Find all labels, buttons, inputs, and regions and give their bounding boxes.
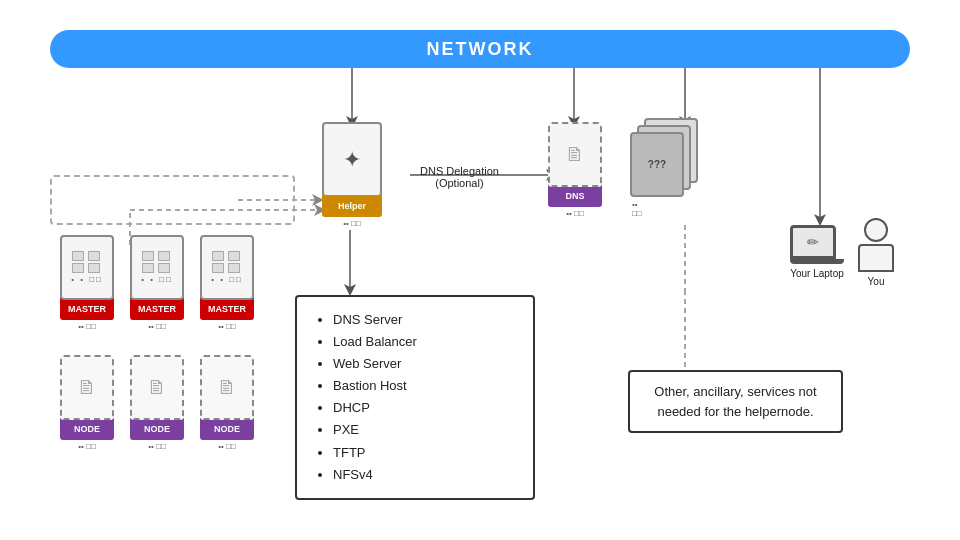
stack-label-3: ??? [648, 159, 666, 170]
master1-label: MASTER [60, 298, 114, 320]
bullet-item-0: DNS Server [333, 309, 515, 331]
bullet-item-3: Bastion Host [333, 375, 515, 397]
you-label: You [868, 276, 885, 287]
master3-sub: •• □□ [218, 322, 236, 331]
person-body [858, 244, 894, 272]
helper-sub: •• □□ [343, 219, 361, 228]
person-you: You [858, 218, 894, 287]
master2-label: MASTER [130, 298, 184, 320]
other-services-text: Other, ancillary, services not needed fo… [654, 384, 816, 419]
master3-dots: • • □□ [211, 275, 243, 284]
node3-label: NODE [200, 418, 254, 440]
helper-server: ✦ Helper •• □□ [322, 122, 382, 228]
master3-label: MASTER [200, 298, 254, 320]
laptop-screen: ✏ [790, 225, 836, 259]
bullet-item-5: PXE [333, 419, 515, 441]
person-head [864, 218, 888, 242]
bullet-item-2: Web Server [333, 353, 515, 375]
dns-label: DNS [548, 185, 602, 207]
node3-sub: •• □□ [218, 442, 236, 451]
node-server-2: 🗎 NODE •• □□ [130, 355, 184, 451]
laptop-label: Your Laptop [790, 268, 844, 279]
bullet-item-6: TFTP [333, 442, 515, 464]
master1-sub: •• □□ [78, 322, 96, 331]
masters-dashed-box [50, 175, 295, 225]
node-server-1: 🗎 NODE •• □□ [60, 355, 114, 451]
bullet-list: DNS Server Load Balancer Web Server Bast… [315, 309, 515, 486]
bullet-item-4: DHCP [333, 397, 515, 419]
node2-doc-icon: 🗎 [147, 376, 167, 399]
node1-label: NODE [60, 418, 114, 440]
helper-network-icon: ✦ [343, 147, 361, 173]
dns-server: 🗎 DNS •• □□ [548, 122, 602, 218]
stack-dots: •• □□ [632, 200, 642, 218]
node1-doc-icon: 🗎 [77, 376, 97, 399]
master2-sub: •• □□ [148, 322, 166, 331]
master2-dots: • • □□ [141, 275, 173, 284]
laptop: ✏ Your Laptop [790, 225, 844, 279]
node-server-3: 🗎 NODE •• □□ [200, 355, 254, 451]
master-server-3: • • □□ MASTER •• □□ [200, 235, 254, 331]
master1-dots: • • □□ [71, 275, 103, 284]
node3-doc-icon: 🗎 [217, 376, 237, 399]
dns-delegation-label: DNS Delegation (Optional) [420, 165, 499, 189]
network-bar: NETWORK [50, 30, 910, 68]
master-server-2: • • □□ MASTER •• □□ [130, 235, 184, 331]
laptop-base [790, 259, 844, 264]
bullet-item-7: NFSv4 [333, 464, 515, 486]
dns-doc-icon: 🗎 [565, 143, 585, 166]
node2-sub: •• □□ [148, 442, 166, 451]
network-label: NETWORK [427, 39, 534, 60]
node2-label: NODE [130, 418, 184, 440]
diagram: NETWORK [0, 0, 960, 540]
node1-sub: •• □□ [78, 442, 96, 451]
laptop-screen-icon: ✏ [807, 234, 819, 250]
bullet-list-box: DNS Server Load Balancer Web Server Bast… [295, 295, 535, 500]
other-services-box: Other, ancillary, services not needed fo… [628, 370, 843, 433]
dns-sub: •• □□ [566, 209, 584, 218]
bullet-item-1: Load Balancer [333, 331, 515, 353]
helper-label: Helper [322, 195, 382, 217]
master-server-1: • • □□ MASTER •• □□ [60, 235, 114, 331]
